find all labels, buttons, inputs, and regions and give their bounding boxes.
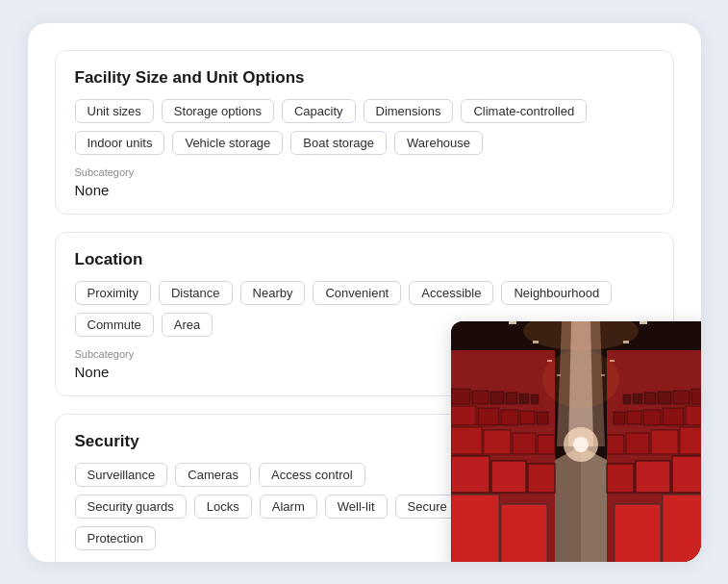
svg-rect-27 bbox=[531, 394, 539, 404]
svg-rect-33 bbox=[607, 464, 634, 493]
tag-well-lit[interactable]: Well-lit bbox=[325, 495, 388, 519]
tag-distance[interactable]: Distance bbox=[159, 281, 233, 305]
tag-commute[interactable]: Commute bbox=[75, 313, 154, 337]
tag-area[interactable]: Area bbox=[162, 313, 213, 337]
svg-rect-13 bbox=[451, 427, 482, 454]
svg-rect-23 bbox=[472, 391, 489, 404]
svg-rect-22 bbox=[451, 389, 470, 404]
tag-convenient[interactable]: Convenient bbox=[313, 281, 401, 305]
svg-rect-44 bbox=[673, 391, 690, 404]
location-title: Location bbox=[75, 250, 654, 269]
tag-indoor-units[interactable]: Indoor units bbox=[75, 131, 165, 155]
storage-corridor-image bbox=[451, 321, 701, 562]
svg-rect-14 bbox=[484, 430, 511, 454]
tag-climate-controlled[interactable]: Climate-controlled bbox=[461, 99, 587, 123]
tag-locks[interactable]: Locks bbox=[194, 495, 252, 519]
tag-capacity[interactable]: Capacity bbox=[282, 99, 356, 123]
facility-subcategory-value: None bbox=[75, 182, 654, 198]
tag-vehicle-storage[interactable]: Vehicle storage bbox=[172, 131, 283, 155]
svg-rect-11 bbox=[491, 461, 526, 493]
tag-alarm[interactable]: Alarm bbox=[260, 495, 317, 519]
svg-rect-30 bbox=[615, 504, 661, 562]
svg-rect-49 bbox=[509, 321, 516, 324]
svg-rect-29 bbox=[663, 495, 701, 562]
svg-rect-32 bbox=[636, 461, 670, 493]
svg-rect-12 bbox=[528, 464, 555, 493]
svg-point-58 bbox=[542, 350, 619, 408]
tag-storage-options[interactable]: Storage options bbox=[162, 99, 274, 123]
svg-rect-36 bbox=[626, 433, 649, 454]
svg-rect-19 bbox=[501, 410, 518, 425]
tag-unit-sizes[interactable]: Unit sizes bbox=[75, 99, 154, 123]
security-tags: Surveillance Cameras Access control Secu… bbox=[75, 463, 477, 550]
svg-rect-24 bbox=[490, 392, 504, 404]
svg-rect-18 bbox=[478, 408, 499, 425]
tag-cameras[interactable]: Cameras bbox=[175, 463, 251, 487]
facility-tags: Unit sizes Storage options Capacity Dime… bbox=[75, 99, 654, 155]
tag-proximity[interactable]: Proximity bbox=[75, 281, 151, 305]
svg-rect-17 bbox=[451, 406, 476, 425]
main-card: Facility Size and Unit Options Unit size… bbox=[28, 23, 701, 562]
svg-rect-31 bbox=[672, 456, 701, 493]
svg-rect-8 bbox=[451, 495, 499, 562]
tag-boat-storage[interactable]: Boat storage bbox=[290, 131, 387, 155]
tag-protection[interactable]: Protection bbox=[75, 526, 157, 550]
svg-rect-35 bbox=[651, 430, 678, 454]
svg-rect-41 bbox=[627, 411, 641, 424]
svg-rect-42 bbox=[614, 412, 625, 424]
svg-rect-47 bbox=[633, 394, 642, 404]
svg-rect-21 bbox=[537, 412, 548, 424]
svg-rect-20 bbox=[520, 411, 535, 424]
svg-rect-10 bbox=[451, 456, 490, 493]
security-section: Security Surveillance Cameras Access con… bbox=[55, 414, 497, 562]
svg-rect-26 bbox=[519, 394, 529, 404]
svg-rect-39 bbox=[663, 408, 684, 425]
svg-point-6 bbox=[573, 437, 589, 452]
tag-neighbourhood[interactable]: Neighbourhood bbox=[501, 281, 612, 305]
tag-nearby[interactable]: Nearby bbox=[240, 281, 306, 305]
svg-rect-46 bbox=[644, 393, 656, 404]
facility-section: Facility Size and Unit Options Unit size… bbox=[55, 50, 674, 215]
security-title: Security bbox=[75, 432, 477, 451]
svg-rect-9 bbox=[501, 504, 547, 562]
svg-rect-25 bbox=[506, 393, 517, 404]
svg-rect-16 bbox=[538, 435, 555, 454]
tag-security-guards[interactable]: Security guards bbox=[75, 495, 187, 519]
svg-rect-34 bbox=[680, 427, 701, 454]
svg-rect-38 bbox=[686, 406, 701, 425]
facility-subcategory-label: Subcategory bbox=[75, 166, 654, 178]
svg-rect-15 bbox=[513, 433, 536, 454]
tag-warehouse[interactable]: Warehouse bbox=[394, 131, 483, 155]
tag-dimensions[interactable]: Dimensions bbox=[364, 99, 454, 123]
tag-access-control[interactable]: Access control bbox=[259, 463, 365, 487]
svg-rect-37 bbox=[607, 435, 624, 454]
storage-photo-overlay bbox=[451, 321, 701, 562]
svg-rect-45 bbox=[658, 392, 671, 404]
svg-rect-40 bbox=[643, 410, 661, 425]
svg-rect-53 bbox=[640, 321, 647, 324]
svg-rect-48 bbox=[623, 394, 631, 404]
facility-title: Facility Size and Unit Options bbox=[75, 68, 654, 88]
svg-rect-43 bbox=[691, 389, 701, 404]
tag-surveillance[interactable]: Surveillance bbox=[75, 463, 168, 487]
tag-accessible[interactable]: Accessible bbox=[409, 281, 493, 305]
